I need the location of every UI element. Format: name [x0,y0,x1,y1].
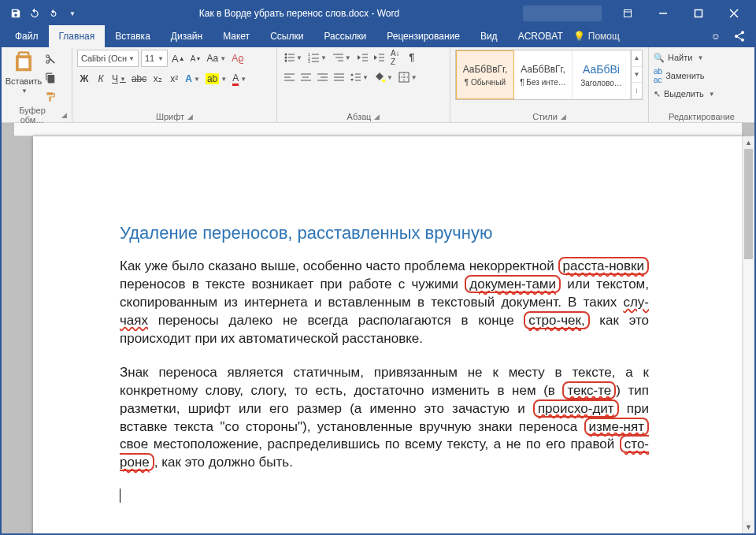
text-cursor-icon [120,489,120,503]
subscript-button[interactable]: x₂ [150,71,165,87]
group-font: Calibri (Осн▼ 11▼ A▲ A▼ Aa▼ Aϱ Ж К Ч▼ ab… [72,47,277,123]
horizontal-ruler[interactable] [14,123,742,136]
dialog-launcher-icon[interactable]: ◢ [561,113,566,121]
editing-group-label: Редактирование [669,112,735,121]
ribbon: Вставить ▼ Буфер обм…◢ Calibri (Осн▼ 11▼… [2,47,754,123]
font-color-icon[interactable]: A▼ [231,71,248,87]
clear-formatting-icon[interactable]: Aϱ [230,50,246,66]
italic-button[interactable]: К [94,71,108,87]
tab-insert[interactable]: Вставка [105,25,161,47]
doc-cursor-line [120,488,649,506]
group-styles: АаБбВвГг, ¶ Обычный АаБбВвГг, ¶ Без инте… [450,47,649,123]
find-button[interactable]: 🔍Найти▼ [654,50,715,65]
doc-paragraph-2: Знак переноса является статичным, привяз… [120,364,649,473]
superscript-button[interactable]: x² [167,71,181,87]
save-icon[interactable] [9,7,22,20]
menu-tabs: Файл Главная Вставка Дизайн Макет Ссылки… [2,25,754,47]
style-no-spacing[interactable]: АаБбВвГг, ¶ Без инте… [514,50,573,99]
group-editing: 🔍Найти▼ abacЗаменить ↖Выделить▼ Редактир… [649,47,754,123]
share-icon[interactable] [728,25,751,47]
strikethrough-button[interactable]: abc [130,71,148,87]
align-left-icon[interactable] [282,69,296,85]
replace-button[interactable]: abacЗаменить [654,68,715,84]
paste-button[interactable]: Вставить ▼ [6,50,41,95]
chevron-down-icon: ▼ [21,87,28,95]
font-size-select[interactable]: 11▼ [141,50,168,67]
styles-scroll[interactable]: ▲▼⁞ [631,50,642,99]
font-group-label: Шрифт [156,112,184,121]
quick-access-toolbar: ▼ [5,7,83,20]
align-right-icon[interactable] [315,69,329,85]
search-icon: 🔍 [654,53,665,63]
align-center-icon[interactable] [298,69,313,85]
multilevel-list-icon[interactable]: ▼ [331,50,353,65]
increase-indent-icon[interactable] [372,50,386,65]
text-effects-icon[interactable]: A▼ [183,71,202,87]
clipboard-label: Буфер обм… [6,106,58,124]
shrink-font-icon[interactable]: A▼ [189,50,203,66]
show-marks-icon[interactable]: ¶ [405,50,419,65]
line-spacing-icon[interactable]: ▼ [348,69,370,85]
shading-icon[interactable]: ▼ [372,69,395,85]
bullets-icon[interactable]: ▼ [282,50,304,65]
svg-rect-6 [19,58,29,69]
borders-icon[interactable]: ▼ [397,69,419,85]
tell-me-search[interactable]: 💡Помощ [573,25,620,47]
copy-icon[interactable] [43,70,57,86]
paste-label: Вставить [6,76,43,86]
svg-point-11 [285,60,287,62]
redo-icon[interactable] [47,7,60,20]
tab-home[interactable]: Главная [49,25,106,47]
svg-point-9 [285,57,287,59]
cut-icon[interactable] [43,51,57,67]
tab-view[interactable]: Вид [470,25,508,47]
scroll-thumb[interactable] [744,149,753,259]
document-page[interactable]: Удаление переносов, расставленных вручну… [33,136,743,533]
svg-text:3: 3 [308,59,310,63]
tab-design[interactable]: Дизайн [161,25,213,47]
style-heading1[interactable]: АаБбВі Заголово… [573,50,631,99]
numbering-icon[interactable]: 123▼ [306,50,328,65]
minimize-icon[interactable] [645,2,680,25]
vertical-scrollbar[interactable]: ▲ ▼ [742,136,754,533]
feedback-icon[interactable]: ☺ [704,25,728,47]
change-case-icon[interactable]: Aa▼ [206,50,228,66]
scroll-down-icon[interactable]: ▼ [743,521,754,533]
scroll-up-icon[interactable]: ▲ [743,136,754,149]
format-painter-icon[interactable] [43,89,57,105]
bulb-icon: 💡 [573,31,585,42]
dialog-launcher-icon[interactable]: ◢ [61,111,67,119]
tab-review[interactable]: Рецензирование [376,25,470,47]
tab-acrobat[interactable]: ACROBAT [508,25,573,47]
highlight-icon[interactable]: ab▼ [204,71,228,87]
sort-icon[interactable]: A↓Z [388,50,402,65]
underline-button[interactable]: Ч▼ [110,71,128,87]
select-button[interactable]: ↖Выделить▼ [654,86,715,102]
paragraph-group-label: Абзац [347,112,372,121]
tab-layout[interactable]: Макет [213,25,260,47]
qat-customize-icon[interactable]: ▼ [66,7,79,20]
doc-heading: Удаление переносов, расставленных вручну… [120,223,649,243]
undo-icon[interactable] [28,7,41,20]
tab-file[interactable]: Файл [5,25,49,47]
styles-gallery[interactable]: АаБбВвГг, ¶ Обычный АаБбВвГг, ¶ Без инте… [455,50,643,100]
close-icon[interactable] [716,2,751,25]
grow-font-icon[interactable]: A▲ [170,50,187,66]
window-title: Как в Ворде убрать перенос слов.docx - W… [83,8,515,19]
font-name-select[interactable]: Calibri (Осн▼ [77,50,139,67]
justify-icon[interactable] [332,69,346,85]
titlebar: ▼ Как в Ворде убрать перенос слов.docx -… [2,2,754,25]
maximize-icon[interactable] [680,2,716,25]
sign-in-area[interactable] [523,6,602,21]
bold-button[interactable]: Ж [77,71,91,87]
dialog-launcher-icon[interactable]: ◢ [374,113,380,121]
tab-mailings[interactable]: Рассылки [313,25,376,47]
document-area: Удаление переносов, расставленных вручну… [2,123,754,533]
window-controls [610,2,751,25]
ribbon-display-icon[interactable] [610,2,645,25]
svg-rect-3 [695,10,702,17]
dialog-launcher-icon[interactable]: ◢ [187,113,193,121]
decrease-indent-icon[interactable] [355,50,369,65]
tab-references[interactable]: Ссылки [260,25,313,47]
style-normal[interactable]: АаБбВвГг, ¶ Обычный [456,50,514,99]
